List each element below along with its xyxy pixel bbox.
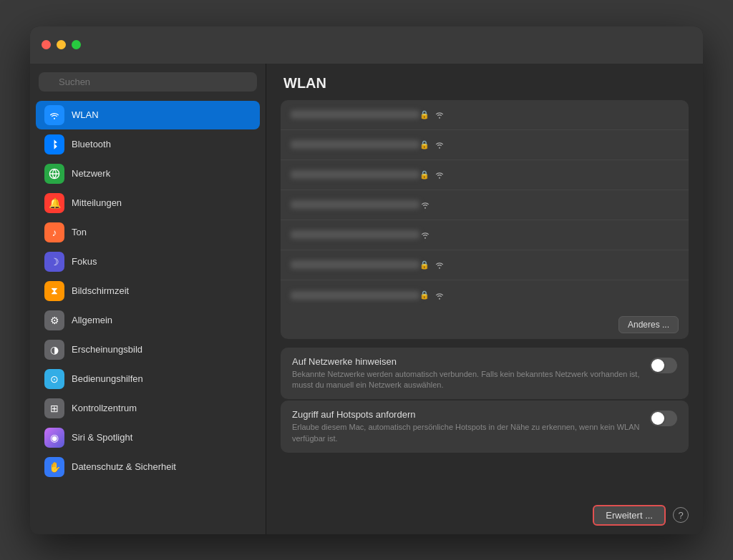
network-name-7: [291, 291, 419, 300]
setting-title-hotspots-anfordern: Zugriff auf Hotspots anfordern: [292, 409, 641, 420]
sidebar-item-bluetooth[interactable]: Bluetooth: [36, 130, 260, 159]
sidebar-icon-allgemein: ⚙: [44, 310, 64, 330]
sidebar-icon-datenschutz: ✋: [44, 457, 64, 477]
sidebar-item-datenschutz[interactable]: ✋Datenschutz & Sicherheit: [36, 453, 260, 481]
erweitert-button[interactable]: Erweitert ...: [593, 505, 666, 526]
setting-row-netzwerke-hinweisen: Auf Netzwerke hinweisenBekannte Netzwerk…: [281, 348, 689, 400]
svg-point-3: [439, 147, 440, 149]
sidebar-item-ton[interactable]: ♪Ton: [36, 218, 260, 247]
wifi-icon: [434, 110, 445, 119]
close-button[interactable]: [42, 40, 51, 49]
svg-point-4: [439, 177, 440, 179]
wifi-icon: [434, 260, 445, 269]
sidebar-icon-netzwerk: [44, 164, 64, 184]
network-row-1[interactable]: 🔒: [281, 100, 689, 130]
lock-icon: 🔒: [419, 110, 429, 119]
wifi-icon: [434, 140, 445, 149]
networks-list: 🔒 🔒 🔒 🔒 🔒: [281, 100, 689, 339]
toggle-hotspots-anfordern[interactable]: [650, 411, 677, 426]
page-title: WLAN: [266, 64, 703, 100]
setting-desc-netzwerke-hinweisen: Bekannte Netzwerke werden automatisch ve…: [292, 369, 641, 391]
traffic-lights: [42, 40, 81, 49]
toggle-netzwerke-hinweisen[interactable]: [650, 358, 677, 373]
lock-icon: 🔒: [419, 290, 429, 300]
main-window: 🔍 WLAN Bluetooth Netzwerk🔔Mitteilungen♪T…: [30, 26, 703, 534]
sidebar-item-kontrollzentrum[interactable]: ⊞Kontrollzentrum: [36, 394, 260, 423]
network-row-5[interactable]: [281, 220, 689, 250]
sidebar-icon-erscheinungsbild: ◑: [44, 340, 64, 360]
wifi-icon: [434, 291, 445, 300]
network-name-2: [291, 140, 419, 149]
sidebar-item-fokus[interactable]: ☽Fokus: [36, 247, 260, 276]
svg-point-5: [424, 207, 426, 209]
network-row-2[interactable]: 🔒: [281, 130, 689, 160]
sidebar-item-mitteilungen[interactable]: 🔔Mitteilungen: [36, 189, 260, 217]
wifi-icon: [419, 200, 431, 209]
sidebar-label-netzwerk: Netzwerk: [72, 168, 110, 179]
network-name-5: [291, 230, 419, 239]
network-icons-2: 🔒: [419, 140, 445, 149]
svg-point-7: [439, 267, 440, 269]
sidebar-label-ton: Ton: [72, 227, 87, 237]
help-button[interactable]: ?: [673, 507, 689, 523]
search-input[interactable]: [39, 72, 257, 92]
network-icons-7: 🔒: [419, 290, 445, 300]
main-layout: 🔍 WLAN Bluetooth Netzwerk🔔Mitteilungen♪T…: [30, 64, 703, 534]
network-row-4[interactable]: [281, 190, 689, 220]
sidebar-items-container: WLAN Bluetooth Netzwerk🔔Mitteilungen♪Ton…: [30, 100, 266, 482]
sidebar-label-bedienungshilfen: Bedienungshilfen: [72, 373, 143, 384]
maximize-button[interactable]: [72, 40, 81, 49]
sidebar-label-fokus: Fokus: [72, 256, 97, 267]
settings-section: Auf Netzwerke hinweisenBekannte Netzwerk…: [281, 348, 689, 455]
sidebar-item-erscheinungsbild[interactable]: ◑Erscheinungsbild: [36, 335, 260, 364]
svg-point-8: [439, 298, 440, 299]
search-wrapper: 🔍: [39, 72, 257, 92]
sidebar-label-siri: Siri & Spotlight: [72, 432, 132, 443]
sidebar-item-allgemein[interactable]: ⚙Allgemein: [36, 306, 260, 335]
network-icons-1: 🔒: [419, 110, 445, 119]
sidebar-item-bedienungshilfen[interactable]: ⊙Bedienungshilfen: [36, 365, 260, 393]
sidebar-icon-kontrollzentrum: ⊞: [44, 398, 64, 418]
sidebar-label-kontrollzentrum: Kontrollzentrum: [72, 403, 137, 413]
sidebar-item-siri[interactable]: ◉Siri & Spotlight: [36, 423, 260, 452]
sidebar-label-allgemein: Allgemein: [72, 315, 112, 325]
sidebar-label-datenschutz: Datenschutz & Sicherheit: [72, 461, 176, 472]
network-row-6[interactable]: 🔒: [281, 250, 689, 280]
anderes-button[interactable]: Anderes ...: [618, 316, 679, 333]
sidebar-icon-fokus: ☽: [44, 252, 64, 272]
setting-desc-hotspots-anfordern: Erlaube diesem Mac, automatisch persönli…: [292, 422, 641, 444]
sidebar-icon-bildschirmzeit: ⧗: [44, 281, 64, 301]
sidebar-item-wlan[interactable]: WLAN: [36, 101, 260, 129]
network-icons-3: 🔒: [419, 170, 445, 180]
sidebar-label-bildschirmzeit: Bildschirmzeit: [72, 285, 129, 296]
bottom-bar: Erweitert ... ?: [266, 496, 703, 534]
network-row-3[interactable]: 🔒: [281, 160, 689, 190]
network-name-3: [291, 170, 419, 179]
svg-point-2: [439, 117, 440, 119]
network-name-1: [291, 110, 419, 119]
sidebar: 🔍 WLAN Bluetooth Netzwerk🔔Mitteilungen♪T…: [30, 64, 266, 534]
network-icons-6: 🔒: [419, 260, 445, 270]
sidebar-item-bildschirmzeit[interactable]: ⧗Bildschirmzeit: [36, 277, 260, 305]
sidebar-icon-ton: ♪: [44, 222, 64, 242]
sidebar-item-netzwerk[interactable]: Netzwerk: [36, 159, 260, 188]
content-panel: WLAN 🔒 🔒 🔒 🔒: [266, 64, 703, 534]
setting-row-hotspots-anfordern: Zugriff auf Hotspots anfordernErlaube di…: [281, 401, 689, 453]
svg-point-6: [424, 237, 426, 239]
network-icons-5: [419, 230, 431, 239]
sidebar-label-mitteilungen: Mitteilungen: [72, 197, 122, 208]
networks-wrapper: 🔒 🔒 🔒 🔒 🔒: [266, 100, 703, 339]
sidebar-icon-mitteilungen: 🔔: [44, 193, 64, 213]
setting-text-netzwerke-hinweisen: Auf Netzwerke hinweisenBekannte Netzwerk…: [292, 356, 641, 391]
network-row-7[interactable]: 🔒: [281, 280, 689, 310]
minimize-button[interactable]: [57, 40, 66, 49]
sidebar-label-bluetooth: Bluetooth: [72, 139, 111, 149]
wifi-icon: [434, 170, 445, 179]
lock-icon: 🔒: [419, 260, 429, 270]
sidebar-icon-bedienungshilfen: ⊙: [44, 369, 64, 389]
anderes-btn-container: Anderes ...: [281, 310, 689, 339]
sidebar-label-erscheinungsbild: Erscheinungsbild: [72, 344, 142, 355]
wifi-icon: [419, 230, 431, 239]
lock-icon: 🔒: [419, 170, 429, 180]
titlebar: [30, 26, 703, 64]
